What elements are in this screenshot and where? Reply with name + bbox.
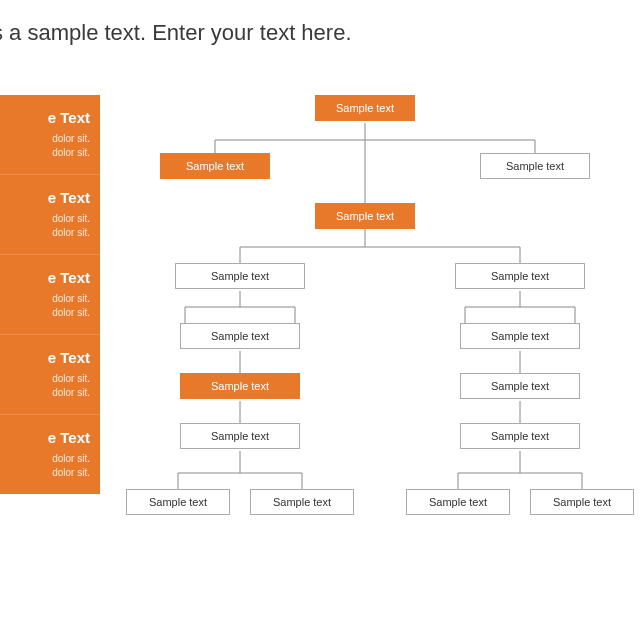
sidebar-body-line: dolor sit.	[0, 226, 90, 240]
sidebar-body-line: dolor sit.	[0, 306, 90, 320]
sidebar-item-title: e Text	[0, 109, 90, 126]
sidebar-item: e Text dolor sit. dolor sit.	[0, 95, 100, 175]
sidebar-body-line: dolor sit.	[0, 292, 90, 306]
sidebar-item: e Text dolor sit. dolor sit.	[0, 255, 100, 335]
sidebar: e Text dolor sit. dolor sit. e Text dolo…	[0, 95, 100, 494]
sidebar-body-line: dolor sit.	[0, 386, 90, 400]
sidebar-item-body: dolor sit. dolor sit.	[0, 212, 90, 240]
sidebar-item-body: dolor sit. dolor sit.	[0, 292, 90, 320]
node-l5-right: Sample text	[460, 373, 580, 399]
node-l3-left: Sample text	[175, 263, 305, 289]
node-leaf: Sample text	[406, 489, 510, 515]
node-l6-left: Sample text	[180, 423, 300, 449]
node-l2-center: Sample text	[315, 203, 415, 229]
node-l1-right: Sample text	[480, 153, 590, 179]
sidebar-body-line: dolor sit.	[0, 466, 90, 480]
sidebar-item-title: e Text	[0, 269, 90, 286]
node-l5-left: Sample text	[180, 373, 300, 399]
node-l3-right: Sample text	[455, 263, 585, 289]
node-root: Sample text	[315, 95, 415, 121]
org-chart: Sample text Sample text Sample text Samp…	[120, 95, 640, 615]
sidebar-item: e Text dolor sit. dolor sit.	[0, 175, 100, 255]
node-l1-left: Sample text	[160, 153, 270, 179]
sidebar-body-line: dolor sit.	[0, 132, 90, 146]
sidebar-item-body: dolor sit. dolor sit.	[0, 452, 90, 480]
node-leaf: Sample text	[530, 489, 634, 515]
sidebar-item-title: e Text	[0, 349, 90, 366]
node-leaf: Sample text	[250, 489, 354, 515]
sidebar-body-line: dolor sit.	[0, 452, 90, 466]
sidebar-item-body: dolor sit. dolor sit.	[0, 132, 90, 160]
sidebar-item: e Text dolor sit. dolor sit.	[0, 335, 100, 415]
page-title: s is a sample text. Enter your text here…	[0, 20, 352, 46]
sidebar-body-line: dolor sit.	[0, 212, 90, 226]
node-l4-right: Sample text	[460, 323, 580, 349]
sidebar-item-body: dolor sit. dolor sit.	[0, 372, 90, 400]
sidebar-body-line: dolor sit.	[0, 146, 90, 160]
node-l6-right: Sample text	[460, 423, 580, 449]
sidebar-body-line: dolor sit.	[0, 372, 90, 386]
node-leaf: Sample text	[126, 489, 230, 515]
sidebar-item-title: e Text	[0, 429, 90, 446]
sidebar-item-title: e Text	[0, 189, 90, 206]
node-l4-left: Sample text	[180, 323, 300, 349]
sidebar-item: e Text dolor sit. dolor sit.	[0, 415, 100, 494]
